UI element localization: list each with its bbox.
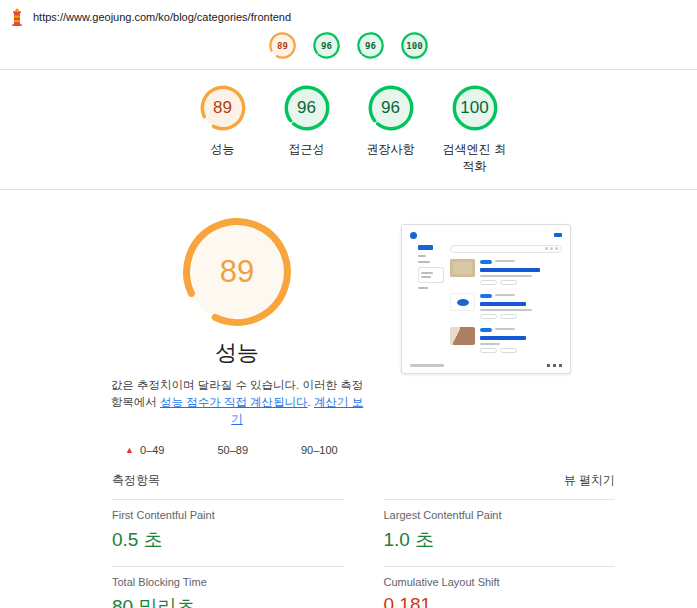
category-label-performance: 성능 [211,141,235,158]
expand-view-toggle[interactable]: 뷰 펼치기 [564,472,615,489]
thumb-sidebar-title [418,245,433,250]
metric-total-blocking-time: Total Blocking Time 80 밀리초 [112,566,344,608]
mini-score-accessibility: 96 [313,32,340,59]
legend-range-good: 90–100 [294,444,338,456]
metrics-section-title: 측정항목 [112,472,160,489]
thumb-header-button [554,233,562,237]
performance-big-gauge: 89 [181,216,293,328]
thumb-post-item [450,259,562,285]
thumb-post-image [450,293,475,311]
mini-score-performance: 89 [269,32,296,59]
performance-report: 89 성능 값은 추정치이며 달라질 수 있습니다. 이러한 측정항목에서 성능… [0,190,697,608]
category-seo[interactable]: 100 검색엔진 최적화 [443,85,507,175]
gauge-seo: 100 [452,85,498,131]
category-label-best-practices: 권장사항 [367,141,415,158]
legend-range-fail: ▲ 0–49 [125,444,164,456]
thumb-post-image [450,259,475,277]
thumb-post-item [450,293,562,319]
legend-range-fail-label: 0–49 [140,444,164,456]
legend-range-good-label: 90–100 [301,444,338,456]
report-header: https://www.geojung.com/ko/blog/categori… [0,0,697,70]
thumb-footer [410,364,562,367]
score-legend: ▲ 0–49 50–89 90–100 [125,444,338,456]
mini-gauge-best-practices[interactable]: 96 [357,32,384,59]
score-seo: 100 [452,85,498,131]
performance-summary: 89 성능 값은 추정치이며 달라질 수 있습니다. 이러한 측정항목에서 성능… [112,216,362,457]
metric-first-contentful-paint: First Contentful Paint 0.5 초 [112,499,344,566]
thumb-site-logo [410,232,417,239]
metric-largest-contentful-paint: Largest Contentful Paint 1.0 초 [384,499,616,566]
thumb-post-item [450,327,562,353]
score-best-practices: 96 [368,85,414,131]
thumb-search-bar [450,245,562,253]
mini-score-best-practices: 96 [357,32,384,59]
lighthouse-icon [10,8,24,26]
performance-description: 값은 추정치이며 달라질 수 있습니다. 이러한 측정항목에서 성능 점수가 직… [107,377,367,429]
page-url: https://www.geojung.com/ko/blog/categori… [33,11,291,23]
fail-triangle-icon: ▲ [125,446,134,455]
gauge-accessibility: 96 [284,85,330,131]
thumb-body [410,245,562,361]
thumb-post-image [450,327,475,345]
gauge-best-practices: 96 [368,85,414,131]
metric-cumulative-layout-shift: Cumulative Layout Shift 0.181 [384,566,616,608]
mini-gauges-row: 89 96 96 100 [0,29,697,69]
metrics-calculation-link[interactable]: 성능 점수가 직접 계산됩니다 [160,396,308,408]
legend-range-average: 50–89 [210,444,248,456]
thumb-header [410,232,562,239]
metric-value: 0.5 초 [112,527,344,553]
metric-value: 1.0 초 [384,527,616,553]
legend-range-average-label: 50–89 [217,444,248,456]
mini-score-seo: 100 [401,32,428,59]
category-performance[interactable]: 89 성능 [191,85,255,158]
score-accessibility: 96 [284,85,330,131]
thumb-sidebar-active-item [418,267,444,283]
performance-title: 성능 [215,338,259,368]
category-accessibility[interactable]: 96 접근성 [275,85,339,158]
performance-big-score: 89 [181,216,293,328]
metrics-grid: First Contentful Paint 0.5 초 Largest Con… [112,499,615,608]
thumb-sidebar [410,245,444,361]
page-screenshot-thumbnail[interactable] [401,224,571,374]
metric-value: 0.181 [384,594,616,608]
category-scores-section: 89 성능 96 접근성 96 권장사항 100 검색엔진 최적화 [0,70,697,190]
gauge-performance: 89 [200,85,246,131]
mini-gauge-seo[interactable]: 100 [401,32,428,59]
thumb-main-column [444,245,562,361]
metric-value: 80 밀리초 [112,594,344,608]
mini-gauge-performance[interactable]: 89 [269,32,296,59]
category-best-practices[interactable]: 96 권장사항 [359,85,423,158]
category-label-accessibility: 접근성 [289,141,325,158]
category-label-seo: 검색엔진 최적화 [443,141,507,175]
mini-gauge-accessibility[interactable]: 96 [313,32,340,59]
url-row: https://www.geojung.com/ko/blog/categori… [0,0,697,29]
score-performance: 89 [200,85,246,131]
